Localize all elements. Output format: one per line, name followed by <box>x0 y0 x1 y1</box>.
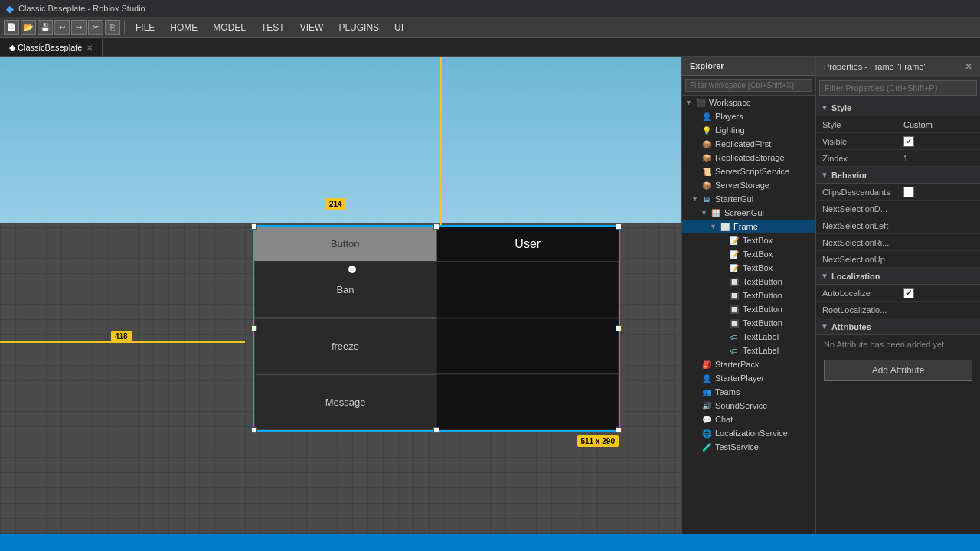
ui-button-area[interactable]: Button <box>254 227 437 261</box>
testservice-icon: 🧪 <box>701 441 713 453</box>
prop-value-clipsdesc[interactable] <box>900 187 980 197</box>
explorer-item-textbox2[interactable]: 📝 TextBox <box>682 247 815 261</box>
toolbar-cut[interactable]: ✂ <box>88 20 103 35</box>
no-expand-2 <box>719 250 728 258</box>
menu-file[interactable]: FILE <box>128 19 162 36</box>
explorer-item-textbutton1[interactable]: 🔲 TextButton <box>682 275 815 289</box>
explorer-item-players[interactable]: 👤 Players <box>682 109 815 123</box>
starterplayer-label: StarterPlayer <box>715 373 764 383</box>
section-localization[interactable]: ▼ Localization <box>816 268 980 285</box>
toolbar-open[interactable]: 📂 <box>21 20 36 35</box>
explorer-item-starterplayer[interactable]: 👤 StarterPlayer <box>682 371 815 385</box>
handle-bot-right[interactable] <box>616 427 622 433</box>
explorer-item-chat[interactable]: 💬 Chat <box>682 412 815 426</box>
autolocalize-checkbox[interactable] <box>903 288 914 298</box>
menu-ui[interactable]: UI <box>387 19 411 36</box>
explorer-item-serverscriptservice[interactable]: 📜 ServerScriptService <box>682 165 815 178</box>
section-style-label: Style <box>831 103 851 112</box>
expand-arrow-soundservice <box>691 402 701 409</box>
ui-cell-freeze[interactable]: freeze <box>254 318 436 374</box>
players-label: Players <box>715 112 743 121</box>
visible-checkbox[interactable] <box>903 136 914 147</box>
prop-value-zindex[interactable]: 1 <box>900 154 980 163</box>
explorer-item-startergui[interactable]: ▼ 🖥 StarterGui <box>682 192 815 206</box>
properties-filter-bar <box>816 77 980 99</box>
ui-cell-message[interactable]: Message <box>254 374 436 430</box>
toolbar-save[interactable]: 💾 <box>38 20 53 35</box>
menu-test[interactable]: TEST <box>253 19 292 36</box>
serverstorage-label: ServerStorage <box>715 181 769 190</box>
properties-filter-input[interactable] <box>819 80 977 96</box>
explorer-item-localizationservice[interactable]: 🌐 LocalizationService <box>682 426 815 440</box>
menu-home[interactable]: HOME <box>162 19 205 36</box>
properties-close[interactable]: ✕ <box>965 61 972 72</box>
textlabel1-label: TextLabel <box>743 332 779 341</box>
handle-top-mid[interactable] <box>433 223 439 230</box>
explorer-item-textbutton4[interactable]: 🔲 TextButton <box>682 316 815 330</box>
no-expand-7 <box>719 319 728 327</box>
ui-cell-ban[interactable]: Ban <box>254 262 436 318</box>
no-expand-5 <box>719 292 728 299</box>
toolbar-copy[interactable]: ⎘ <box>105 20 120 35</box>
explorer-item-textbox3[interactable]: 📝 TextBox <box>682 261 815 275</box>
explorer-item-lighting[interactable]: 💡 Lighting <box>682 123 815 137</box>
tab-classicbaseplate[interactable]: ◆ ClassicBaseplate ✕ <box>0 39 103 56</box>
ui-row-freeze: freeze <box>254 318 619 374</box>
menu-plugins[interactable]: PLUGINS <box>331 19 387 36</box>
explorer-item-replicatedstorage[interactable]: 📦 ReplicatedStorage <box>682 151 815 165</box>
ui-cell-ban-right[interactable] <box>436 262 619 318</box>
handle-mid-right[interactable] <box>616 325 622 331</box>
explorer-item-textbutton3[interactable]: 🔲 TextButton <box>682 302 815 316</box>
explorer-item-starterpack[interactable]: 🎒 StarterPack <box>682 357 815 371</box>
ui-frame[interactable]: 511 x 290 Button User Ban <box>253 225 620 432</box>
handle-top-right[interactable] <box>616 223 622 230</box>
screengui-icon: 🪟 <box>710 207 722 219</box>
textlabel1-icon: 🏷 <box>728 331 740 343</box>
add-attribute-button[interactable]: Add Attribute <box>824 360 972 381</box>
expand-arrow-frame: ▼ <box>710 223 719 230</box>
prop-value-style[interactable]: Custom <box>900 120 980 129</box>
textbutton4-label: TextButton <box>743 318 782 328</box>
ui-cell-message-right[interactable] <box>436 374 619 430</box>
menu-view[interactable]: VIEW <box>292 19 332 36</box>
viewport[interactable]: 214 418 511 x 290 Button <box>0 57 681 534</box>
section-behavior[interactable]: ▼ Behavior <box>816 167 980 184</box>
handle-bot-mid[interactable] <box>433 427 439 433</box>
explorer-item-testservice[interactable]: 🧪 TestService <box>682 440 815 454</box>
prop-value-visible[interactable] <box>900 136 980 147</box>
clipsdesc-checkbox[interactable] <box>903 187 914 197</box>
explorer-item-textbutton2[interactable]: 🔲 TextButton <box>682 289 815 302</box>
properties-title-bar: Properties - Frame "Frame" ✕ <box>816 57 980 77</box>
ui-cell-freeze-right[interactable] <box>436 318 619 374</box>
explorer-item-teams[interactable]: 👥 Teams <box>682 385 815 399</box>
menu-model[interactable]: MODEL <box>205 19 253 36</box>
no-expand-1 <box>719 236 728 244</box>
explorer-item-soundservice[interactable]: 🔊 SoundService <box>682 399 815 412</box>
handle-bot-left[interactable] <box>251 427 257 433</box>
explorer-item-screengui[interactable]: ▼ 🪟 ScreenGui <box>682 206 815 220</box>
explorer-list: ▼ ⬛ Workspace 👤 Players 💡 Lighting 📦 Rep <box>682 96 815 534</box>
tab-bar: ◆ ClassicBaseplate ✕ <box>0 38 980 57</box>
explorer-item-workspace[interactable]: ▼ ⬛ Workspace <box>682 96 815 109</box>
explorer-item-textbox1[interactable]: 📝 TextBox <box>682 233 815 247</box>
toolbar-new[interactable]: 📄 <box>4 20 19 35</box>
section-behavior-arrow: ▼ <box>821 171 828 179</box>
prop-value-autolocalize[interactable] <box>900 288 980 298</box>
section-attributes[interactable]: ▼ Attributes <box>816 318 980 335</box>
toolbar-undo[interactable]: ↩ <box>54 20 70 35</box>
handle-top-left[interactable] <box>251 223 257 230</box>
toolbar-redo[interactable]: ↪ <box>71 20 87 35</box>
explorer-item-textlabel1[interactable]: 🏷 TextLabel <box>682 330 815 344</box>
explorer-panel: Explorer ▼ ⬛ Workspace 👤 Players 💡 Light… <box>681 57 815 534</box>
tab-close[interactable]: ✕ <box>87 44 93 52</box>
properties-content: ▼ Style Style Custom Visible Zindex 1 ▼ … <box>816 99 980 534</box>
explorer-item-textlabel2[interactable]: 🏷 TextLabel <box>682 344 815 357</box>
textbutton1-icon: 🔲 <box>728 276 740 288</box>
explorer-search-input[interactable] <box>685 79 812 92</box>
explorer-item-frame[interactable]: ▼ ⬜ Frame <box>682 220 815 233</box>
explorer-item-serverstorage[interactable]: 📦 ServerStorage <box>682 178 815 192</box>
tab-label: ClassicBaseplate <box>18 43 82 52</box>
handle-mid-left[interactable] <box>251 325 257 331</box>
explorer-item-replicatedfirst[interactable]: 📦 ReplicatedFirst <box>682 137 815 151</box>
section-style[interactable]: ▼ Style <box>816 99 980 116</box>
